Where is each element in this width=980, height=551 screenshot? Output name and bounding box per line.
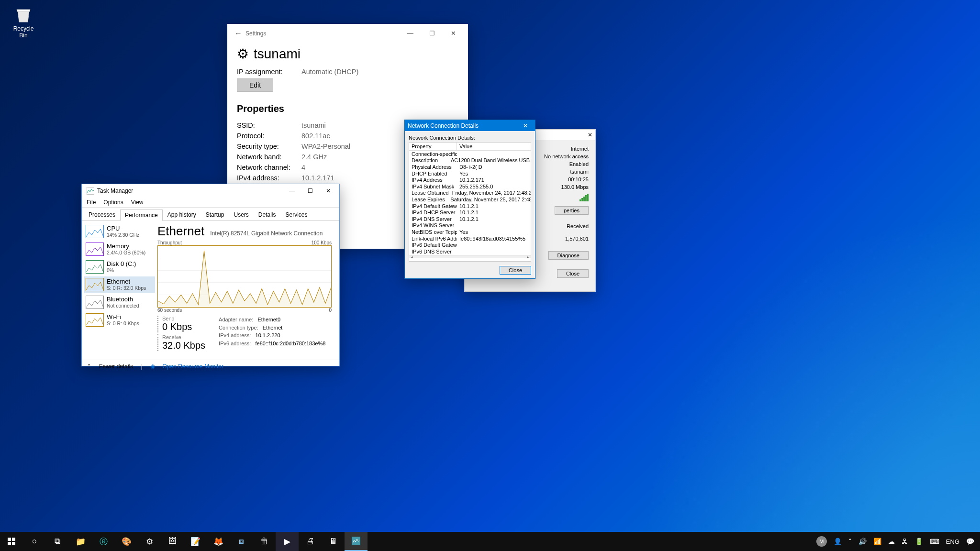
- menu-item[interactable]: View: [131, 199, 144, 206]
- chevron-up-icon: ⌃: [87, 363, 91, 370]
- ncd-value: D8- i-2( D: [457, 164, 485, 170]
- open-resmon-link[interactable]: Open Resource Monitor: [163, 363, 223, 370]
- tray-expand-icon[interactable]: ˄: [848, 538, 852, 545]
- ncd-value: 10.1.2.1: [457, 203, 481, 209]
- wifi-icon[interactable]: 📶: [873, 538, 881, 545]
- close-button[interactable]: ✕: [443, 26, 464, 41]
- maximize-button[interactable]: ☐: [421, 26, 443, 41]
- gear-icon: ⚙: [237, 46, 249, 62]
- action-center-icon[interactable]: 💬: [966, 538, 974, 545]
- throughput-max: 100 Kbps: [312, 240, 332, 245]
- perf-item-bluetooth[interactable]: BluetoothNot connected: [84, 294, 155, 310]
- perf-item-disk-0--c--[interactable]: Disk 0 (C:)0%: [84, 259, 155, 275]
- firefox-icon[interactable]: 🦊: [207, 532, 230, 551]
- people-icon[interactable]: 👤: [834, 538, 842, 545]
- resmon-icon: ◉: [150, 363, 155, 370]
- paint-icon[interactable]: 🎨: [115, 532, 138, 551]
- received-label: Received: [565, 223, 589, 229]
- task-view-button[interactable]: ⧉: [46, 532, 69, 551]
- recycle-bin-label: Recycle Bin: [9, 25, 38, 39]
- cortana-button[interactable]: ○: [23, 532, 46, 551]
- user-avatar[interactable]: M: [816, 536, 827, 547]
- visual-studio-icon[interactable]: ⧈: [230, 532, 253, 551]
- menu-item[interactable]: File: [87, 199, 96, 206]
- close-icon[interactable]: ✕: [588, 132, 592, 138]
- window-title: Network Connection Details: [408, 122, 479, 129]
- perf-title: Ethernet: [107, 278, 146, 285]
- edit-button[interactable]: Edit: [237, 78, 273, 92]
- diagnose-button[interactable]: Diagnose: [548, 251, 589, 260]
- ncd-value: Friday, November 24, 2017 2:48:22 PM: [450, 190, 531, 197]
- adapter-key: Adapter name:: [219, 317, 253, 322]
- fewer-details-link[interactable]: Fewer details: [99, 363, 133, 370]
- details-label: Network Connection Details:: [409, 135, 531, 141]
- ncd-value: 10.1.2.1: [457, 216, 481, 222]
- ncd-value: Yes: [457, 229, 470, 235]
- network-name: tsunami: [254, 46, 301, 62]
- throughput-label: Throughput: [157, 240, 182, 245]
- maximize-button[interactable]: ☐: [301, 187, 319, 194]
- ncd-property: Lease Obtained: [409, 190, 450, 197]
- window-title: Task Manager: [97, 187, 133, 194]
- powershell-icon[interactable]: ▶: [276, 532, 299, 551]
- property-label: Security type:: [237, 143, 301, 150]
- ncd-property: IPv4 Address: [409, 176, 457, 183]
- remote-desktop-icon[interactable]: 🖥: [322, 532, 345, 551]
- back-button[interactable]: ←: [231, 29, 245, 38]
- tab-startup[interactable]: Startup: [201, 209, 229, 220]
- status-value: 00:10:25: [568, 176, 589, 182]
- col-property: Property: [409, 143, 457, 150]
- taskmgr-taskbar-icon[interactable]: [345, 532, 368, 551]
- status-value: No network access: [544, 154, 589, 159]
- calculator-icon[interactable]: 🗑: [253, 532, 276, 551]
- notepad-icon[interactable]: 📝: [184, 532, 207, 551]
- properties-header: Properties: [237, 103, 458, 114]
- tab-services[interactable]: Services: [281, 209, 312, 220]
- printer-icon[interactable]: 🖨: [299, 532, 322, 551]
- property-value: 2.4 GHz: [301, 153, 327, 161]
- minimize-button[interactable]: —: [400, 26, 421, 41]
- ncd-property: IPv4 Default Gateway: [409, 203, 457, 209]
- perf-item-cpu[interactable]: CPU14% 2.30 GHz: [84, 223, 155, 240]
- perf-item-wi-fi[interactable]: Wi-FiS: 0 R: 0 Kbps: [84, 312, 155, 328]
- perf-item-memory[interactable]: Memory2.4/4.0 GB (60%): [84, 241, 155, 257]
- ncd-property: Link-local IPv6 Address: [409, 235, 457, 242]
- menu-item[interactable]: Options: [103, 199, 123, 206]
- volume-icon[interactable]: 🔊: [858, 538, 867, 545]
- h-scrollbar[interactable]: [409, 255, 531, 258]
- ncd-property: Description: [409, 157, 448, 164]
- svg-rect-10: [12, 542, 15, 545]
- properties-button[interactable]: perties: [555, 206, 589, 215]
- perf-item-ethernet[interactable]: EthernetS: 0 R: 32.0 Kbps: [84, 276, 155, 293]
- language-indicator[interactable]: ENG: [946, 538, 959, 545]
- battery-icon[interactable]: 🔋: [915, 538, 923, 545]
- close-button[interactable]: Close: [557, 269, 589, 278]
- perf-sub: 0%: [107, 267, 136, 273]
- property-label: Protocol:: [237, 132, 301, 140]
- property-label: SSID:: [237, 121, 301, 129]
- perf-sub: Not connected: [107, 303, 139, 309]
- tab-details[interactable]: Details: [254, 209, 281, 220]
- close-button[interactable]: Close: [500, 266, 531, 275]
- onedrive-icon[interactable]: ☁: [888, 538, 895, 545]
- tab-app-history[interactable]: App history: [163, 209, 201, 220]
- tab-performance[interactable]: Performance: [120, 209, 163, 221]
- status-value: tsunami: [570, 169, 589, 175]
- edge-icon[interactable]: ⓔ: [92, 532, 115, 551]
- tab-processes[interactable]: Processes: [84, 209, 120, 220]
- close-button[interactable]: ✕: [519, 122, 532, 129]
- close-button[interactable]: ✕: [319, 187, 337, 194]
- settings-icon[interactable]: ⚙: [138, 532, 161, 551]
- ncd-property: IPv6 DNS Server: [409, 248, 457, 255]
- network-icon[interactable]: 🖧: [902, 538, 908, 545]
- send-label: Send: [162, 316, 205, 321]
- window-title: Settings: [245, 30, 266, 37]
- recycle-bin[interactable]: Recycle Bin: [9, 5, 38, 39]
- minimize-button[interactable]: —: [283, 187, 301, 194]
- keyboard-icon[interactable]: ⌨: [930, 538, 939, 545]
- start-button[interactable]: [0, 532, 23, 551]
- ncd-property: DHCP Enabled: [409, 170, 457, 177]
- tab-users[interactable]: Users: [229, 209, 253, 220]
- photos-icon[interactable]: 🖼: [161, 532, 184, 551]
- file-explorer-icon[interactable]: 📁: [69, 532, 92, 551]
